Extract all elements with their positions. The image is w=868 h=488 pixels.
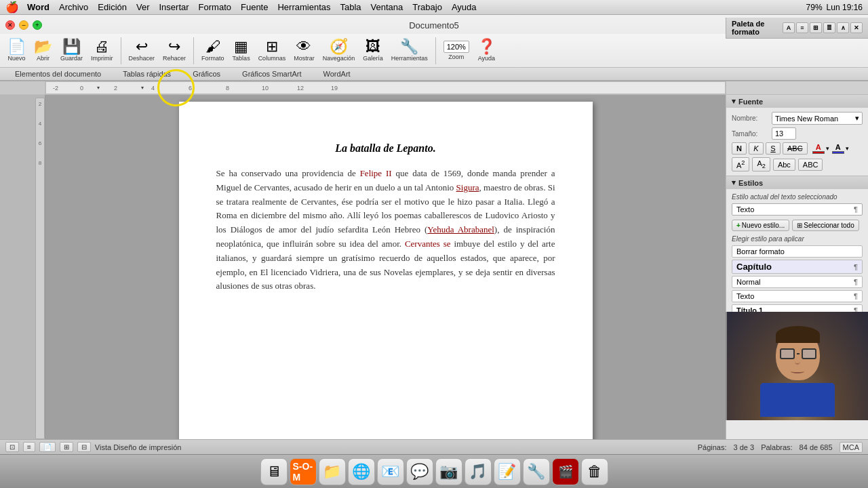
menubar-fuente[interactable]: Fuente xyxy=(241,2,268,12)
fuente-section: ▾ Fuente Nombre: Times New Roman ▾ Tamañ… xyxy=(726,95,868,176)
vertical-ruler: 2 4 6 8 xyxy=(35,98,45,439)
view-web-btn[interactable]: ⊞ xyxy=(60,442,73,452)
palette-btn-2[interactable]: ≡ xyxy=(796,22,808,33)
yehuda-link[interactable]: Yehuda Abrabanel xyxy=(427,224,494,235)
toolbar-guardar[interactable]: 💾 Guardar xyxy=(57,38,86,63)
seleccionar-todo-btn[interactable]: ⊞ Seleccionar todo xyxy=(792,220,859,231)
minimize-button[interactable]: – xyxy=(19,20,28,30)
dock-app5[interactable]: 📷 xyxy=(435,458,462,485)
dock-app3[interactable]: 📧 xyxy=(377,458,404,485)
highlight-color-btn[interactable]: A xyxy=(832,143,844,154)
cervantes-highlight: Cervantes se xyxy=(405,239,451,249)
dock-app2[interactable]: 🌐 xyxy=(348,458,375,485)
dock-finder[interactable]: 🖥 xyxy=(260,458,288,485)
nuevo-icon: 📄 xyxy=(7,39,26,54)
smallcaps-btn[interactable]: Abc xyxy=(773,159,795,171)
style-normal[interactable]: Normal ¶ xyxy=(732,276,863,288)
font-color-dropdown[interactable]: ▾ xyxy=(826,145,829,152)
dock-app9[interactable]: 🎬 xyxy=(552,458,579,485)
pages-label: Páginas: xyxy=(698,443,727,451)
dock-screencast[interactable]: S-O-M xyxy=(290,458,317,485)
toolbar-imprimir[interactable]: 🖨 Imprimir xyxy=(87,38,117,63)
style-capitulo[interactable]: Capítulo ¶ xyxy=(732,260,863,274)
toolbar-navegacion[interactable]: 🧭 Navegación xyxy=(319,38,359,63)
view-focus-btn[interactable]: ⊟ xyxy=(77,442,91,452)
tab-elementos[interactable]: Elementos del documento xyxy=(4,68,112,80)
italic-button[interactable]: K xyxy=(749,142,764,155)
menubar-archivo[interactable]: Archivo xyxy=(59,2,88,12)
toolbar-galeria[interactable]: 🖼 Galería xyxy=(359,38,387,63)
toolbar-herramientas[interactable]: 🔧 Herramientas xyxy=(388,38,431,63)
bold-button[interactable]: N xyxy=(732,142,747,155)
document-area[interactable]: La batalla de Lepanto. Se ha conservado … xyxy=(45,95,726,439)
palette-close[interactable]: ✕ xyxy=(850,22,863,33)
tablas-label: Tablas xyxy=(233,55,250,62)
tab-graficos[interactable]: Gráficos xyxy=(182,68,231,80)
view-print-btn[interactable]: 📄 xyxy=(39,442,56,452)
menubar-tabla[interactable]: Tabla xyxy=(340,2,361,12)
superscript-btn[interactable]: A2 xyxy=(732,157,749,171)
style-texto[interactable]: Texto ¶ xyxy=(732,290,863,302)
toolbar-mostrar[interactable]: 👁 Mostrar xyxy=(290,38,318,63)
strikethrough-button[interactable]: ABC xyxy=(783,142,808,155)
zoom-value[interactable]: 120% xyxy=(443,41,469,53)
nuevo-label: Nuevo xyxy=(7,55,25,62)
estilos-header[interactable]: ▾ Estilos xyxy=(726,176,868,189)
dock-app7[interactable]: 📝 xyxy=(494,458,521,485)
toolbar-ayuda[interactable]: ❓ Ayuda xyxy=(474,38,499,63)
menubar-word[interactable]: Word xyxy=(27,2,50,12)
font-color-btn[interactable]: A xyxy=(812,143,825,154)
tab-tablas-rapidas[interactable]: Tablas rápidas xyxy=(112,68,182,80)
toolbar-abrir[interactable]: 📂 Abrir xyxy=(31,38,56,63)
toolbar-nuevo[interactable]: 📄 Nuevo xyxy=(4,38,29,63)
style-borrar[interactable]: Borrar formato xyxy=(732,245,863,258)
toolbar-formato[interactable]: 🖌 Formato xyxy=(198,38,228,63)
apple-menu[interactable]: 🍎 xyxy=(5,1,19,14)
view-normal-btn[interactable]: ⊡ xyxy=(5,442,19,452)
menubar-herramientas[interactable]: Herramientas xyxy=(277,2,330,12)
toolbar-deshacer[interactable]: ↩ Deshacer xyxy=(125,38,159,63)
dock-app1[interactable]: 📁 xyxy=(319,458,346,485)
menubar-insertar[interactable]: Insertar xyxy=(159,2,189,12)
palette-btn-3[interactable]: ⊞ xyxy=(810,22,822,33)
palette-btn-4[interactable]: ≣ xyxy=(823,22,835,33)
subscript-btn[interactable]: A2 xyxy=(752,157,770,171)
nuevo-estilo-btn[interactable]: + Nuevo estilo... xyxy=(732,220,789,231)
dock-app4[interactable]: 💬 xyxy=(406,458,433,485)
abrir-label: Abrir xyxy=(37,55,50,62)
person-mouth xyxy=(791,369,804,373)
menubar-ayuda[interactable]: Ayuda xyxy=(452,2,477,12)
underline-button[interactable]: S xyxy=(766,142,781,155)
nombre-value[interactable]: Times New Roman ▾ xyxy=(772,112,863,125)
allcaps-btn[interactable]: ABC xyxy=(798,159,823,171)
highlight-color-swatch xyxy=(832,151,844,154)
ruler-mark-4: 4 xyxy=(151,85,155,92)
close-button[interactable]: ✕ xyxy=(5,20,15,30)
dock-app10[interactable]: 🗑 xyxy=(581,458,608,485)
menubar-formato[interactable]: Formato xyxy=(199,2,231,12)
highlight-color-dropdown[interactable]: ▾ xyxy=(846,145,849,152)
menubar-trabajo[interactable]: Trabajo xyxy=(412,2,442,12)
dock-app6[interactable]: 🎵 xyxy=(465,458,492,485)
toolbar-columnas[interactable]: ⊞ Columnas xyxy=(255,38,290,63)
tab-graficos-smartart[interactable]: Gráficos SmartArt xyxy=(231,68,312,80)
view-outline-btn[interactable]: ≡ xyxy=(23,442,35,452)
tamano-value[interactable]: 13 xyxy=(772,127,796,140)
estilos-collapse-icon: ▾ xyxy=(732,178,736,187)
menubar-ver[interactable]: Ver xyxy=(136,2,150,12)
current-style-box[interactable]: Texto ¶ xyxy=(732,203,863,216)
palette-btn-5[interactable]: ∧ xyxy=(837,22,849,33)
dock-app8[interactable]: 🔧 xyxy=(523,458,550,485)
palette-btn-1[interactable]: A xyxy=(783,22,795,33)
toolbar-tablas[interactable]: ▦ Tablas xyxy=(229,38,254,63)
toolbar-rehacer[interactable]: ↪ Rehacer xyxy=(159,38,189,63)
ruler-mark-2: 2 xyxy=(114,85,117,92)
maximize-button[interactable]: + xyxy=(33,20,42,30)
menubar-ventana[interactable]: Ventana xyxy=(371,2,403,12)
toolbar-zoom[interactable]: 120% Zoom xyxy=(440,39,473,62)
tab-wordart[interactable]: WordArt xyxy=(313,68,361,80)
fuente-header[interactable]: ▾ Fuente xyxy=(726,95,868,108)
ruler-mark-10: 10 xyxy=(262,85,269,92)
sigura-link[interactable]: Sigura xyxy=(456,182,479,192)
menubar-edicion[interactable]: Edición xyxy=(98,2,127,12)
